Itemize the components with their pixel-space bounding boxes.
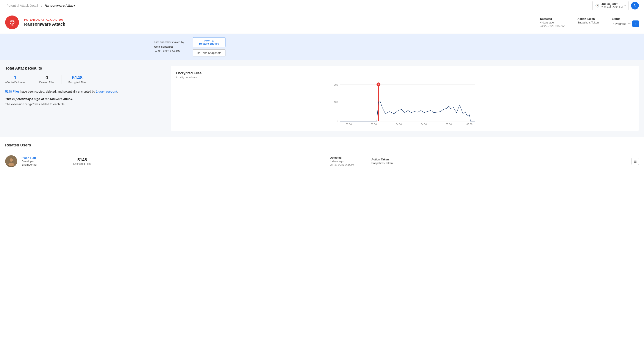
date-range-picker[interactable]: 🕐 Jul 26, 2020 2:38 AM - 5:38 AM ▾ (592, 1, 628, 10)
left-panel: Total Attack Results 1 Affected Volumes … (5, 66, 165, 131)
user-detected-ago: 4 days ago (330, 160, 354, 163)
refresh-button[interactable]: ↻ (631, 2, 639, 9)
retake-label: Re-Take Snapshots (197, 51, 221, 54)
user-detected: Detected 4 days ago Jul 26, 2020 3:38 AM (330, 156, 354, 166)
user-encrypted-count: 5148 (73, 157, 91, 162)
main-content: Total Attack Results 1 Affected Volumes … (0, 60, 644, 137)
desc-2: . (117, 90, 118, 93)
svg-text:100: 100 (334, 101, 338, 103)
notes-button[interactable]: ≡ (632, 20, 639, 27)
action-label: Action Taken (578, 17, 599, 20)
top-nav-bar: Potential Attack Detail / Ransomware Att… (0, 0, 644, 11)
breadcrumb-separator: / (42, 4, 42, 7)
detected-date: Jul 26, 2020 3:38 AM (540, 24, 564, 27)
user-role: Developer (22, 160, 56, 163)
attack-warning: This is potentially a sign of ransomware… (5, 97, 165, 101)
breadcrumb: Potential Attack Detail / Ransomware Att… (5, 4, 75, 7)
user-info: Ewen Hall Developer Engineering (22, 156, 56, 166)
svg-text:200: 200 (334, 83, 338, 86)
snapshot-info: Last snapshots taken by Amit Schwartz Ju… (154, 40, 184, 53)
snapshot-banner: Last snapshots taken by Amit Schwartz Ju… (0, 34, 644, 60)
user-action: Action Taken Snapshots Taken (371, 158, 393, 165)
deleted-files-stat: 0 Deleted Files (32, 75, 61, 84)
action-meta: Action Taken Snapshots Taken (578, 17, 599, 24)
status-section: In Progress ✏ ≡ (612, 20, 639, 27)
avatar-image (5, 155, 17, 167)
date-sub: 2:38 AM - 5:38 AM (601, 6, 623, 9)
chevron-down-icon: ▾ (624, 4, 626, 7)
svg-text:03:00: 03:00 (346, 123, 352, 126)
svg-text:$: $ (12, 22, 13, 24)
edit-status-icon[interactable]: ✏ (628, 22, 631, 26)
snapshot-info-container: Last snapshots taken by Amit Schwartz Ju… (154, 40, 184, 53)
snapshot-actions: How To: Restore Entities Re-Take Snapsho… (193, 37, 225, 56)
affected-volumes-label: Affected Volumes (5, 81, 25, 84)
user-encrypted-files: 5148 Encrypted Files (73, 157, 91, 165)
user-notes-icon: ☰ (634, 159, 637, 163)
attack-label: POTENTIAL ATTACK: AL_307 (24, 18, 535, 21)
encrypted-files-chart: 200 100 0 03:00 03:30 04:00 04:30 05:00 (176, 82, 634, 126)
svg-text:05:30: 05:30 (466, 123, 472, 126)
top-bar-right: 🕐 Jul 26, 2020 2:38 AM - 5:38 AM ▾ ↻ (592, 1, 639, 10)
total-attack-results-title: Total Attack Results (5, 66, 165, 71)
snapshot-date: Jul 30, 2020 2:54 PM (154, 49, 180, 53)
files-count-link[interactable]: 5148 Files (5, 90, 20, 93)
affected-volumes-stat: 1 Affected Volumes (5, 75, 32, 84)
status-value: In Progress (612, 22, 626, 25)
svg-text:03:30: 03:30 (371, 123, 377, 126)
svg-text:0: 0 (337, 120, 338, 123)
desc-1: have been copied, deleted, and potential… (20, 90, 96, 93)
user-notes-button[interactable]: ☰ (632, 158, 639, 165)
retake-snapshots-button[interactable]: Re-Take Snapshots (193, 49, 225, 56)
chart-area: 200 100 0 03:00 03:30 04:00 04:30 05:00 (176, 82, 634, 126)
attack-name: Ransomware Attack (24, 22, 535, 27)
breadcrumb-current: Ransomware Attack (44, 4, 75, 7)
table-row: Ewen Hall Developer Engineering 5148 Enc… (5, 152, 639, 171)
attack-note: The extension "crypt" was added to each … (5, 102, 165, 106)
user-avatar (5, 155, 17, 167)
svg-point-4 (12, 21, 14, 22)
svg-point-3 (10, 21, 12, 22)
chart-title: Encrypted Files (176, 71, 634, 75)
user-encrypted-label: Encrypted Files (73, 162, 91, 165)
user-action-label: Action Taken (371, 158, 393, 161)
attack-header: $ POTENTIAL ATTACK: AL_307 Ransomware At… (0, 11, 644, 34)
deleted-files-value: 0 (39, 75, 54, 80)
user-account-link[interactable]: 1 user account (96, 90, 117, 93)
svg-text:!: ! (378, 83, 379, 86)
chart-container: Encrypted Files Activity per minute 200 … (171, 66, 639, 131)
user-detected-label: Detected (330, 156, 354, 159)
detected-meta: Detected 4 days ago Jul 26, 2020 3:38 AM (540, 17, 564, 27)
deleted-files-label: Deleted Files (39, 81, 54, 84)
how-to-label: How To: (197, 39, 221, 42)
breadcrumb-parent[interactable]: Potential Attack Detail (6, 4, 38, 7)
date-range-text: Jul 26, 2020 2:38 AM - 5:38 AM (601, 2, 623, 9)
clock-icon: 🕐 (595, 3, 600, 7)
chart-subtitle: Activity per minute (176, 76, 634, 79)
restore-entities-button[interactable]: How To: Restore Entities (193, 37, 225, 47)
action-value: Snapshots Taken (578, 21, 599, 24)
svg-point-27 (10, 158, 13, 162)
attack-title-section: POTENTIAL ATTACK: AL_307 Ransomware Atta… (24, 18, 535, 27)
user-detected-date: Jul 26, 2020 3:38 AM (330, 163, 354, 166)
svg-text:04:30: 04:30 (421, 123, 427, 126)
last-taken-by-label: Last snapshots taken by (154, 40, 184, 44)
svg-point-28 (8, 163, 14, 166)
status-meta: Status In Progress ✏ ≡ (612, 17, 639, 27)
related-users-section: Related Users Ewen Hall Developer Engine… (0, 137, 644, 177)
user-name[interactable]: Ewen Hall (22, 156, 56, 160)
encrypted-files-value: 5148 (68, 75, 86, 80)
attack-description: 5148 Files have been copied, deleted, an… (5, 89, 165, 94)
encrypted-files-label: Encrypted Files (68, 81, 86, 84)
stats-row: 1 Affected Volumes 0 Deleted Files 5148 … (5, 75, 165, 84)
date-main: Jul 26, 2020 (601, 2, 623, 6)
user-action-value: Snapshots Taken (371, 161, 393, 165)
snapshot-user: Amit Schwartz (154, 45, 173, 48)
detected-label: Detected (540, 17, 564, 20)
user-department: Engineering (22, 163, 56, 166)
affected-volumes-value: 1 (5, 75, 25, 80)
svg-text:05:00: 05:00 (446, 123, 452, 126)
notes-icon: ≡ (635, 22, 636, 25)
attack-icon: $ (5, 15, 19, 29)
detected-ago: 4 days ago (540, 21, 564, 24)
